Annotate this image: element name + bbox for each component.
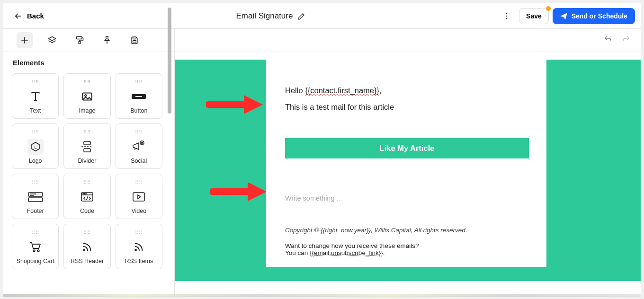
element-label: Divider (78, 158, 97, 164)
svg-marker-6 (49, 37, 56, 41)
svg-point-2 (506, 15, 508, 17)
greeting-suffix: , (379, 86, 382, 95)
back-label: Back (27, 12, 44, 20)
grip-icon: ⠿⠿ (83, 230, 91, 235)
element-logo[interactable]: ⠿⠿ L Logo (12, 123, 59, 169)
element-code[interactable]: ⠿⠿ Code (63, 174, 110, 219)
svg-rect-22 (84, 149, 90, 152)
element-social[interactable]: ⠿⠿ Social (116, 123, 162, 169)
layers-button[interactable] (44, 32, 60, 48)
svg-point-15 (85, 95, 86, 96)
elements-sidebar: Elements ⠿⠿ Text ⠿⠿ Image ⠿⠿ (3, 52, 175, 296)
element-label: Social (131, 158, 147, 164)
template-save-button[interactable] (126, 32, 143, 48)
element-divider[interactable]: ⠿⠿ Divider (63, 123, 110, 169)
grip-icon: ⠿⠿ (32, 80, 39, 85)
element-text[interactable]: ⠿⠿ Text (12, 73, 59, 119)
greeting-line[interactable]: Hello {{contact.first_name}}, (285, 86, 528, 95)
element-label: Video (131, 208, 146, 214)
svg-rect-26 (28, 198, 43, 202)
grip-icon: ⠿⠿ (32, 180, 39, 185)
unsubscribe-prefix: You can (285, 249, 310, 256)
unsubscribe-suffix: . (383, 249, 385, 256)
arrow-left-icon (14, 12, 22, 20)
cta-button[interactable]: Like My Article (285, 138, 529, 158)
element-button[interactable]: ⠿⠿ Button (116, 73, 162, 119)
paint-roller-icon (75, 35, 84, 45)
svg-line-34 (86, 196, 88, 200)
svg-marker-36 (138, 195, 141, 199)
sidebar-scrollbar[interactable] (168, 52, 171, 114)
save-label: Save (526, 12, 542, 20)
redo-button[interactable] (622, 35, 630, 45)
email-background: Hello {{contact.first_name}}, This is a … (175, 60, 641, 281)
element-label: Image (79, 107, 96, 114)
cart-icon (29, 241, 42, 253)
canvas-area[interactable]: Hello {{contact.first_name}}, This is a … (175, 52, 641, 296)
element-image[interactable]: ⠿⠿ Image (63, 73, 110, 119)
annotation-arrow-icon (210, 180, 267, 203)
svg-point-39 (83, 249, 85, 251)
unsubscribe-prompt: Want to change how you receive these ema… (285, 242, 528, 249)
element-shopping-cart[interactable]: ⠿⠿ Shopping Cart (12, 224, 59, 269)
text-icon (29, 90, 42, 103)
svg-point-33 (86, 193, 87, 194)
pencil-icon[interactable] (297, 12, 306, 20)
grip-icon: ⠿⠿ (83, 180, 91, 185)
svg-point-3 (506, 18, 508, 19)
code-icon (80, 191, 94, 202)
more-menu-button[interactable] (498, 8, 515, 25)
logo-icon: L (30, 141, 41, 152)
grip-icon: ⠿⠿ (83, 130, 91, 135)
element-rss-items[interactable]: ⠿⠿ RSS Items (116, 224, 162, 269)
paper-plane-icon (560, 12, 568, 20)
greeting-prefix: Hello (285, 86, 305, 95)
image-icon (81, 90, 93, 103)
send-or-schedule-button[interactable]: Send or Schedule (553, 8, 635, 24)
body-text[interactable]: This is a test mail for this article (285, 103, 528, 112)
element-video[interactable]: ⠿⠿ Video (116, 174, 162, 219)
rss-icon (134, 242, 144, 252)
svg-point-24 (142, 142, 143, 144)
merge-tag-contact-first-name[interactable]: {{contact.first_name}} (305, 86, 379, 95)
element-footer[interactable]: ⠿⠿ Footer (12, 174, 59, 219)
svg-marker-41 (244, 95, 263, 114)
button-icon (131, 92, 147, 101)
svg-rect-11 (133, 41, 136, 43)
footer-icon (27, 191, 44, 202)
send-label: Send or Schedule (572, 12, 627, 20)
rss-icon (82, 242, 92, 252)
pin-button[interactable] (99, 32, 115, 48)
svg-point-32 (84, 193, 85, 194)
merge-tag-unsubscribe-link[interactable]: {{email.unsubscribe_link}} (310, 249, 383, 256)
toolbar (3, 29, 641, 52)
redo-icon (622, 35, 630, 44)
undo-icon (604, 35, 612, 44)
style-button[interactable] (72, 32, 88, 48)
dots-vertical-icon (502, 12, 511, 20)
megaphone-icon (132, 140, 146, 153)
annotation-arrow-icon (206, 93, 263, 116)
element-label: Button (130, 107, 147, 114)
text-placeholder[interactable]: Write something … (285, 194, 528, 202)
email-body[interactable]: Hello {{contact.first_name}}, This is a … (266, 60, 546, 267)
plus-icon (20, 36, 29, 44)
svg-text:L: L (34, 145, 36, 150)
save-disk-icon (130, 35, 139, 45)
element-rss-header[interactable]: ⠿⠿ RSS Header (63, 224, 110, 269)
copyright-line[interactable]: Copyright © {{right_now.year}}, Willis C… (285, 227, 528, 234)
svg-rect-17 (135, 96, 142, 97)
svg-point-38 (37, 250, 39, 252)
video-icon (132, 192, 145, 202)
page-title: Email Signature (236, 11, 293, 21)
element-label: RSS Items (125, 258, 153, 264)
svg-rect-10 (133, 37, 136, 39)
add-element-button[interactable] (17, 32, 33, 48)
grip-icon: ⠿⠿ (135, 180, 143, 185)
element-label: Text (30, 107, 41, 114)
undo-button[interactable] (604, 35, 612, 45)
element-label: Shopping Cart (17, 258, 54, 264)
svg-point-31 (83, 193, 84, 194)
back-button[interactable]: Back (14, 12, 44, 20)
save-button[interactable]: Save (519, 8, 549, 24)
